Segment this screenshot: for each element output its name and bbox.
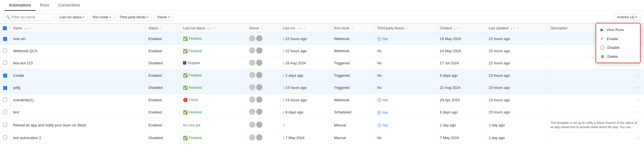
cell-last-run: ℹ22 hours ago [280, 33, 331, 45]
resize-handle[interactable]: ⇕ [406, 27, 408, 30]
cell-last-updated: 1 day ago [486, 118, 547, 132]
cell-last-run-status: ✅ Finished [180, 69, 246, 82]
cell-last-run: ℹ23 hours ago [280, 94, 331, 106]
cell-name: test-aut-123 [10, 57, 145, 69]
cell-status: Enabled [145, 33, 180, 45]
more-button[interactable]: ··· [634, 134, 641, 142]
actions-label: Actions (3) [617, 15, 634, 19]
cell-name: Create [10, 69, 145, 82]
filter-label: Third-party blocks [119, 15, 146, 19]
top-nav: Automations Runs Connections [0, 0, 644, 11]
col-last-run[interactable]: Last run ▲▼ ⇕ [280, 24, 331, 33]
col-checkbox[interactable]: − [0, 24, 10, 33]
cell-description: ··· [547, 82, 644, 94]
delete-icon: 🗑 [601, 54, 605, 59]
checkbox-cell[interactable]: ✓ [0, 33, 10, 45]
col-created[interactable]: Created ▲▼ ⇕ [437, 24, 486, 33]
table-row: test automation 2Disabled✅ Finishedℹ7 Ma… [0, 132, 644, 144]
resize-handle[interactable]: ⇕ [303, 27, 306, 30]
cell-last-updated: 22 hours ago [486, 57, 547, 69]
more-button[interactable]: ··· [634, 72, 641, 79]
resize-handle[interactable]: ⇕ [351, 27, 353, 30]
checkbox-cell[interactable] [0, 132, 10, 144]
cell-created: 1 day ago [437, 118, 486, 132]
checkbox-cell[interactable] [0, 45, 10, 57]
cell-owner [246, 82, 280, 94]
filter-owner[interactable]: Owner ▾ [154, 14, 172, 21]
tab-connections[interactable]: Connections [54, 0, 85, 11]
filter-third-party[interactable]: Third-party blocks ▾ [116, 14, 152, 21]
resize-handle[interactable]: ⇕ [460, 27, 462, 30]
resize-handle[interactable]: ⇕ [517, 27, 519, 30]
more-button[interactable]: ··· [634, 84, 641, 91]
more-button[interactable]: ··· [634, 108, 641, 116]
col-status[interactable]: Status ⇕ [145, 24, 180, 33]
cell-last-run-status: Stopped [180, 57, 246, 69]
cell-run-mode: Scheduled [331, 106, 374, 118]
col-name[interactable]: Name ▲▼ ⇕ [10, 24, 145, 33]
checkbox-cell[interactable]: ✓ [0, 82, 10, 94]
cell-owner [246, 57, 280, 69]
actions-button[interactable]: Actions (3) ▾ [613, 13, 641, 21]
chevron-down-icon: ▾ [109, 16, 111, 19]
cell-last-updated: 22 hours ago [486, 45, 547, 57]
search-input[interactable] [12, 15, 48, 19]
cell-last-run-status: ✅ Finished [180, 132, 246, 144]
filter-label: Last run status [59, 15, 82, 19]
cell-status: Disabled [145, 132, 180, 144]
dropdown-item-disable[interactable]: Disable [596, 43, 640, 52]
cell-description: ··· [547, 132, 644, 144]
resize-handle[interactable]: ⇕ [30, 27, 33, 30]
cell-third-party: No [374, 132, 437, 144]
col-third-party[interactable]: Third-party blocks ⇕ [374, 24, 437, 33]
dropdown-item-view-runs[interactable]: ▶ View Runs [596, 25, 640, 34]
filter-last-run-status[interactable]: Last run status ▾ [56, 14, 87, 21]
cell-third-party: ℹ Yes [374, 33, 437, 45]
table-row: ✓gdfgDisabled✅ Finishedℹ23 hours agoTrig… [0, 82, 644, 94]
table-container: − Name ▲▼ ⇕ Status ⇕ Last run status ▲▼ … [0, 23, 644, 144]
cell-created: 22 Aug 2024 [437, 82, 486, 94]
sort-icon: ▲▼ [454, 27, 459, 30]
col-last-updated[interactable]: Last updated ▲▼ ⇕ [486, 24, 547, 33]
checkbox-cell[interactable]: ✓ [0, 69, 10, 82]
cell-description: ··· [547, 106, 644, 118]
dropdown-item-label: Enable [607, 37, 618, 41]
more-button[interactable]: ··· [634, 96, 641, 104]
resize-handle[interactable]: ⇕ [160, 27, 162, 30]
cell-status: Disabled [145, 57, 180, 69]
col-last-run-status[interactable]: Last run status ▲▼ ⇕ [180, 24, 246, 33]
cell-status: Enabled [145, 106, 180, 118]
col-run-mode[interactable]: Run mode ⇕ [331, 24, 374, 33]
cell-status: Enabled [145, 118, 180, 132]
toolbar: 🔍 Last run status ▾ Run mode ▾ Third-par… [0, 11, 644, 23]
checkbox-cell[interactable] [0, 94, 10, 106]
filter-label: Owner [157, 15, 167, 19]
checkbox-cell[interactable] [0, 106, 10, 118]
cell-last-updated: 23 hours ago [486, 69, 547, 82]
cell-owner [246, 94, 280, 106]
search-box[interactable]: 🔍 [3, 14, 54, 21]
filter-run-mode[interactable]: Run mode ▾ [90, 14, 114, 21]
cell-third-party: ℹ Yes [374, 94, 437, 106]
cell-third-party: ℹ Yes [374, 118, 437, 132]
cell-last-run: ℹ6 days ago [280, 106, 331, 118]
dropdown-item-delete[interactable]: 🗑 Delete [596, 52, 640, 61]
tab-runs[interactable]: Runs [36, 0, 54, 11]
cell-owner [246, 132, 280, 144]
table-row: Reload an app and notify your team on Sl… [0, 118, 644, 132]
checkbox-cell[interactable] [0, 118, 10, 132]
dropdown-item-label: Disable [607, 45, 619, 50]
cell-last-updated: 23 hours ago [486, 82, 547, 94]
tab-automations[interactable]: Automations [5, 0, 36, 11]
col-owner[interactable]: Owner ⇕ [246, 24, 280, 33]
cell-status: Enabled [145, 94, 180, 106]
sort-icon: ▲▼ [207, 27, 212, 30]
cell-last-run: ℹ23 hours ago [280, 82, 331, 94]
dropdown-item-enable[interactable]: ✓ Enable [596, 34, 640, 43]
resize-handle[interactable]: ⇕ [214, 27, 216, 30]
cell-last-run-status: ✅ Finished [180, 33, 246, 45]
filter-label: Run mode [93, 15, 108, 19]
cell-created: 17 Jul 2024 [437, 57, 486, 69]
resize-handle[interactable]: ⇕ [261, 27, 263, 30]
checkbox-cell[interactable] [0, 57, 10, 69]
